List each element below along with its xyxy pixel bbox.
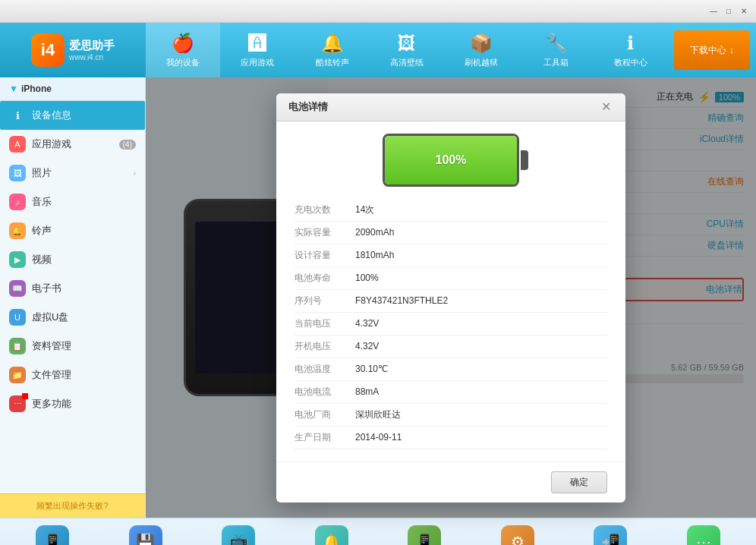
sidebar-item-music[interactable]: ♪ 音乐 [0, 187, 145, 216]
maximize-button[interactable]: □ [723, 5, 735, 17]
tool-make-ringtone[interactable]: 🔔 制作铃声 [301, 525, 362, 546]
sidebar-item-photos[interactable]: 🖼 照片 › [0, 159, 145, 187]
app-url: www.i4.cn [69, 53, 115, 61]
modal-row-produce-date: 生产日期 2014-09-11 [295, 427, 607, 449]
nav-app-icon: 🅰 [248, 33, 266, 54]
tool-screen-update[interactable]: ⚙ 屏蔽iOS更新 [487, 525, 548, 546]
more-func-icon: ⋯ [687, 525, 720, 546]
logo-area: i4 爱思助手 www.i4.cn [0, 23, 146, 77]
screen-mirror-icon: 📺 [222, 525, 255, 546]
sidebar-more-label: 更多功能 [32, 397, 71, 411]
modal-row-serial: 序列号 F8Y437421N3FTHLE2 [295, 290, 607, 313]
tool-migrate[interactable]: 📲 迁移设备数据 [580, 525, 641, 546]
nav-items: 🍎 我的设备 🅰 应用游戏 🔔 酷炫铃声 🖼 高清壁纸 📦 刷机越狱 🔧 工具箱… [146, 23, 668, 77]
battery-fill-text: 100% [436, 153, 467, 167]
title-bar: — □ ✕ [0, 0, 756, 23]
bottom-toolbar: 📱 安装移端 💾 备份/恢复数据 📺 手机投屏直播 🔔 制作铃声 📱 整理设备桌… [0, 518, 756, 545]
nav-my-device[interactable]: 🍎 我的设备 [146, 23, 220, 77]
modal-ok-button[interactable]: 确定 [551, 471, 607, 493]
modal-title: 电池详情 [288, 100, 328, 114]
nav-wallpaper[interactable]: 🖼 高清壁纸 [370, 23, 444, 77]
sidebar-device-info-label: 设备信息 [32, 109, 71, 122]
freq-fail-button[interactable]: 频繁出现操作失败? [0, 493, 145, 518]
nav-tutorial[interactable]: ℹ 教程中心 [594, 23, 668, 77]
modal-temperature-label: 电池温度 [295, 363, 355, 376]
nav-wallpaper-label: 高清壁纸 [390, 57, 424, 68]
app-name: 爱思助手 [69, 39, 115, 53]
modal-info-rows: 充电次数 14次 实际容量 2090mAh 设计容量 1810mAh 电池寿 [295, 199, 607, 449]
nav-ringtone-icon: 🔔 [321, 33, 344, 54]
battery-fill: 100% [385, 136, 517, 184]
nav-ringtone-label: 酷炫铃声 [316, 57, 349, 68]
sidebar-ebook-icon: 📖 [9, 280, 26, 297]
modal-row-actual-capacity: 实际容量 2090mAh [295, 222, 607, 244]
nav-ringtone[interactable]: 🔔 酷炫铃声 [295, 23, 370, 77]
nav-tutorial-icon: ℹ [627, 33, 634, 54]
freq-fail-label: 频繁出现操作失败? [36, 501, 108, 510]
minimize-button[interactable]: — [707, 5, 720, 17]
sidebar-item-video[interactable]: ▶ 视频 [0, 245, 145, 274]
tool-install-app[interactable]: 📱 安装移端 [22, 525, 83, 546]
make-ringtone-icon: 🔔 [315, 525, 348, 546]
close-button[interactable]: ✕ [738, 5, 750, 17]
battery-outer: 100% [383, 134, 519, 187]
sidebar-app-badge: (4) [119, 140, 136, 150]
nav-wallpaper-icon: 🖼 [398, 33, 416, 54]
sidebar-item-ringtone[interactable]: 🔔 铃声 [0, 216, 145, 245]
tool-more-func[interactable]: ⋯ 更多功能 [673, 525, 734, 546]
sidebar-item-device-info[interactable]: ℹ 设备信息 [0, 101, 145, 130]
sidebar-device-label: ▼ iPhone [0, 77, 145, 101]
modal-current-label: 电池电流 [295, 386, 355, 399]
sidebar-item-data-mgmt[interactable]: 📋 资料管理 [0, 332, 145, 361]
nav-jailbreak[interactable]: 📦 刷机越狱 [444, 23, 518, 77]
screen-update-icon: ⚙ [501, 525, 534, 546]
modal-row-design-capacity: 设计容量 1810mAh [295, 244, 607, 267]
modal-battery-life-label: 电池寿命 [295, 272, 355, 285]
modal-boot-voltage-label: 开机电压 [295, 340, 355, 353]
sidebar-video-icon: ▶ [9, 251, 26, 268]
backup-icon: 💾 [129, 525, 162, 546]
modal-row-temperature: 电池温度 30.10℃ [295, 358, 607, 381]
app-logo-icon: i4 [31, 33, 65, 67]
battery-tip [521, 150, 528, 170]
top-nav: i4 爱思助手 www.i4.cn 🍎 我的设备 🅰 应用游戏 🔔 酷炫铃声 🖼… [0, 23, 756, 77]
sidebar-item-ebook[interactable]: 📖 电子书 [0, 274, 145, 303]
sidebar-ebook-label: 电子书 [32, 282, 61, 295]
modal-row-charge-count: 充电次数 14次 [295, 199, 607, 222]
modal-row-current: 电池电流 88mA [295, 381, 607, 404]
modal-body: 100% 充电次数 14次 实际容量 [276, 121, 625, 462]
sidebar-item-vdisk[interactable]: U 虚拟U盘 [0, 303, 145, 332]
tool-arrange-desktop[interactable]: 📱 整理设备桌面 [394, 525, 455, 546]
modal-temperature-value: 30.10℃ [355, 364, 388, 374]
sidebar-file-mgmt-label: 文件管理 [32, 368, 71, 382]
sidebar-item-file-mgmt[interactable]: 📁 文件管理 [0, 361, 145, 389]
tool-screen-mirror[interactable]: 📺 手机投屏直播 [208, 525, 269, 546]
download-center-button[interactable]: 下载中心 ↓ [674, 30, 750, 70]
sidebar-item-more[interactable]: ⋯ 更多功能 [0, 389, 145, 418]
sidebar-music-label: 音乐 [32, 195, 52, 209]
battery-detail-modal: 电池详情 ✕ 100% [276, 93, 625, 502]
sidebar-video-label: 视频 [32, 253, 52, 266]
modal-manufacturer-value: 深圳欣旺达 [355, 408, 401, 421]
modal-design-capacity-value: 1810mAh [355, 250, 394, 260]
sidebar-device-info-icon: ℹ [9, 107, 26, 124]
nav-app-game[interactable]: 🅰 应用游戏 [220, 23, 295, 77]
modal-row-manufacturer: 电池厂商 深圳欣旺达 [295, 404, 607, 427]
sidebar-photos-icon: 🖼 [9, 165, 26, 181]
nav-jailbreak-label: 刷机越狱 [465, 57, 498, 68]
sidebar-ringtone-icon: 🔔 [9, 222, 26, 239]
modal-row-battery-life: 电池寿命 100% [295, 267, 607, 290]
nav-my-device-label: 我的设备 [166, 57, 200, 68]
nav-toolbox-label: 工具箱 [543, 57, 569, 68]
tool-backup[interactable]: 💾 备份/恢复数据 [115, 525, 176, 546]
modal-close-button[interactable]: ✕ [598, 99, 613, 115]
modal-overlay[interactable]: 电池详情 ✕ 100% [146, 77, 756, 518]
sidebar-vdisk-icon: U [9, 309, 26, 326]
modal-manufacturer-label: 电池厂商 [295, 408, 355, 421]
sidebar-more-icon: ⋯ [9, 395, 26, 412]
modal-charge-count-value: 14次 [355, 203, 374, 216]
sidebar-item-app-game[interactable]: A 应用游戏 (4) [0, 130, 145, 159]
nav-toolbox[interactable]: 🔧 工具箱 [518, 23, 593, 77]
nav-apple-icon: 🍎 [172, 33, 194, 54]
modal-serial-label: 序列号 [295, 295, 355, 307]
